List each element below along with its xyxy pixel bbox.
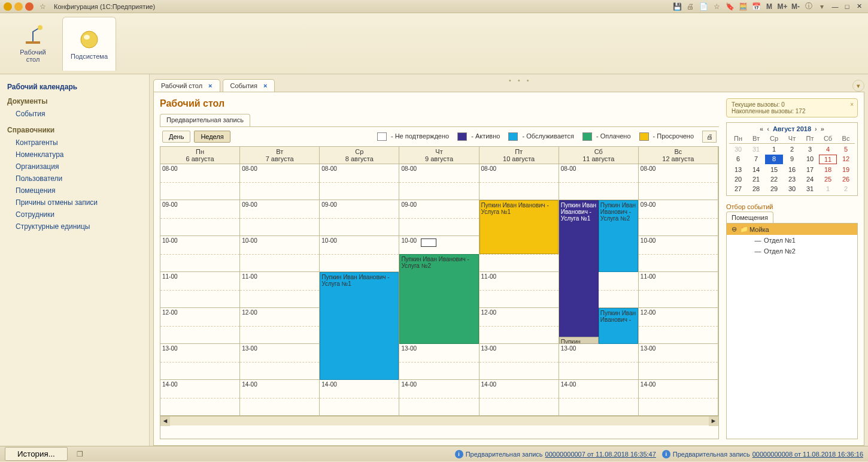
mini-day[interactable]: 6	[729, 155, 747, 164]
hour-cell[interactable]: 08-00	[479, 164, 559, 200]
memory-mplus-icon[interactable]: M+	[777, 2, 788, 11]
day-column[interactable]: 08-0009-0010-0011-0012-0013-0014-00	[240, 164, 320, 416]
mini-day[interactable]: 12	[837, 155, 855, 164]
info-icon[interactable]: ⓘ	[803, 2, 814, 11]
hour-cell[interactable]: 08-00	[399, 164, 478, 200]
prev-month-icon[interactable]: ‹	[767, 125, 769, 132]
ribbon-tab-desktop[interactable]: Рабочий стол	[6, 17, 60, 71]
mini-day[interactable]: 25	[819, 175, 837, 183]
hour-cell[interactable]: 08-00	[320, 164, 399, 200]
mini-cal-title[interactable]: Август 2018	[773, 125, 811, 132]
status-message-2[interactable]: i Предварительная запись 00000000008 от …	[662, 450, 863, 458]
nav-link[interactable]: Структурные единицы	[7, 221, 142, 232]
orange-circle-icon[interactable]	[25, 2, 34, 11]
inner-tab-prebooking[interactable]: Предварительная запись	[160, 114, 250, 126]
mini-day[interactable]: 2	[837, 185, 855, 193]
hour-cell[interactable]: 10-00	[160, 236, 239, 272]
mini-day[interactable]: 20	[729, 175, 747, 183]
hour-cell[interactable]: 08-00	[160, 164, 239, 200]
mini-day[interactable]: 11	[819, 155, 837, 164]
nav-link[interactable]: Номенклатура	[7, 149, 142, 161]
mini-day[interactable]: 9	[783, 155, 801, 164]
memory-m-icon[interactable]: M	[764, 2, 775, 11]
calls-close-icon[interactable]: ×	[850, 101, 854, 108]
hour-cell[interactable]: 14-00	[240, 380, 319, 416]
hour-cell[interactable]: 12-00	[160, 308, 239, 344]
filter-tab-rooms[interactable]: Помещения	[726, 212, 773, 223]
calendar-event[interactable]: Пупкин Иван Иванович - Услуга №2	[399, 254, 478, 344]
day-column[interactable]: 08-0009-0010-0011-0012-0013-0014-00Пупки…	[479, 164, 559, 416]
print-button[interactable]: 🖨	[702, 131, 717, 143]
calendar-event[interactable]: Пупкин Иван Иванович - Услуга №1	[479, 200, 559, 254]
next-year-icon[interactable]: »	[821, 125, 824, 132]
tree-item[interactable]: —Отдел №2	[727, 246, 857, 256]
day-column[interactable]: 08-0009-0010-0011-0012-0013-0014-00Пупки…	[399, 164, 479, 416]
mini-day[interactable]: 30	[729, 145, 747, 153]
hour-cell[interactable]: 13-00	[559, 344, 638, 380]
mini-day[interactable]: 27	[729, 185, 747, 193]
mini-day[interactable]: 19	[837, 165, 855, 174]
day-column[interactable]: 08-0009-0010-0011-0012-0013-0014-00Пупки…	[559, 164, 639, 416]
mini-day[interactable]: 1	[819, 185, 837, 193]
mini-day[interactable]: 26	[837, 175, 855, 183]
tree-item[interactable]: ⊖📁Мойка	[727, 224, 857, 235]
hour-cell[interactable]: 09-00	[320, 200, 399, 236]
maximize-button[interactable]: □	[842, 2, 852, 11]
status-message-1[interactable]: i Предварительная запись 00000000007 от …	[455, 450, 656, 458]
star-icon[interactable]: ☆	[37, 2, 48, 11]
nav-link[interactable]: Сотрудники	[7, 209, 142, 221]
hour-cell[interactable]: 14-00	[320, 380, 399, 416]
tabs-dropdown-icon[interactable]: ▾	[852, 80, 864, 92]
hour-cell[interactable]: 08-00	[639, 164, 718, 200]
memory-mminus-icon[interactable]: M-	[790, 2, 801, 11]
calendar-icon[interactable]: 📅	[751, 2, 761, 11]
hour-cell[interactable]: 10-00	[639, 236, 718, 272]
day-column[interactable]: 08-0009-0010-0011-0012-0013-0014-00Пупки…	[320, 164, 399, 416]
calendar-event[interactable]: Пупкин Иван Иванович - Услуга №1	[559, 200, 599, 344]
mini-day[interactable]: 7	[747, 155, 765, 164]
tab-events[interactable]: События ×	[223, 79, 275, 92]
preview-icon[interactable]: 📄	[698, 2, 709, 11]
tree-expander-icon[interactable]: ⊖	[730, 225, 738, 233]
hour-cell[interactable]: 14-00	[160, 380, 239, 416]
hour-cell[interactable]: 09-00	[639, 200, 718, 236]
mini-day[interactable]: 10	[801, 155, 819, 164]
hour-cell[interactable]: 14-00	[399, 380, 478, 416]
mini-day[interactable]: 4	[819, 145, 837, 153]
calendar-event[interactable]: Пупкин Иван Иванович - Услуга №1	[320, 272, 399, 380]
nav-link[interactable]: События	[7, 108, 142, 120]
mini-day[interactable]: 21	[747, 175, 765, 183]
hour-cell[interactable]: 14-00	[559, 380, 638, 416]
nav-link[interactable]: Контрагенты	[7, 137, 142, 149]
tab-desktop[interactable]: Рабочий стол ×	[153, 79, 220, 92]
nav-title[interactable]: Рабочий календарь	[7, 83, 142, 91]
mini-day[interactable]: 31	[747, 145, 765, 153]
week-view-button[interactable]: Неделя	[194, 131, 230, 143]
hour-cell[interactable]: 08-00	[240, 164, 319, 200]
day-view-button[interactable]: День	[162, 131, 190, 143]
mini-day[interactable]: 31	[801, 185, 819, 193]
mini-day[interactable]: 24	[801, 175, 819, 183]
hour-cell[interactable]: 08-00	[559, 164, 638, 200]
mini-day[interactable]: 23	[783, 175, 801, 183]
mini-day[interactable]: 3	[801, 145, 819, 153]
tab-close-icon[interactable]: ×	[263, 82, 267, 89]
scroll-left-icon[interactable]: ◄	[160, 416, 170, 426]
hour-cell[interactable]: 14-00	[479, 380, 559, 416]
nav-link[interactable]: Пользователи	[7, 173, 142, 185]
hour-cell[interactable]: 13-00	[639, 344, 718, 380]
mini-day[interactable]: 18	[819, 165, 837, 174]
mini-day[interactable]: 16	[783, 165, 801, 174]
tree-item[interactable]: —Отдел №1	[727, 235, 857, 246]
fav-add-icon[interactable]: ☆	[711, 2, 722, 11]
mini-day[interactable]: 22	[765, 175, 783, 183]
h-scrollbar[interactable]: ◄ ►	[160, 416, 718, 425]
calendar-event[interactable]: Пупкин Иван Иванович - Услуга №2	[599, 200, 638, 272]
fav-list-icon[interactable]: 🔖	[724, 2, 735, 11]
scroll-right-icon[interactable]: ►	[709, 416, 718, 426]
save-icon[interactable]: 💾	[672, 2, 682, 11]
mini-day[interactable]: 5	[837, 145, 855, 153]
calendar-body[interactable]: 08-0009-0010-0011-0012-0013-0014-0008-00…	[160, 164, 718, 416]
hour-cell[interactable]: 11-00	[240, 272, 319, 308]
tab-close-icon[interactable]: ×	[208, 82, 212, 89]
